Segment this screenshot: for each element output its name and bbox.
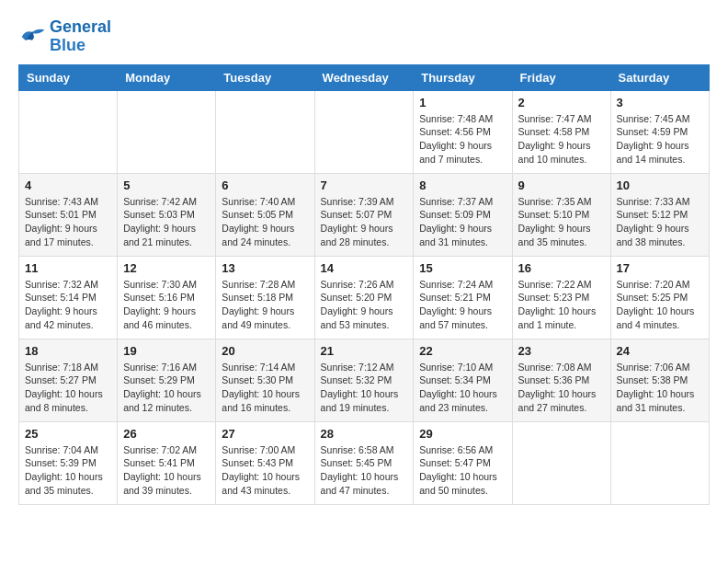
day-info: Sunrise: 7:39 AM Sunset: 5:07 PM Dayligh… — [321, 195, 408, 249]
day-cell: 15Sunrise: 7:24 AM Sunset: 5:21 PM Dayli… — [414, 256, 512, 339]
day-number: 20 — [222, 344, 308, 358]
day-number: 3 — [617, 96, 703, 109]
day-cell: 11Sunrise: 7:32 AM Sunset: 5:14 PM Dayli… — [19, 256, 118, 339]
col-header-sunday: Sunday — [19, 64, 118, 90]
day-cell: 19Sunrise: 7:16 AM Sunset: 5:29 PM Dayli… — [118, 339, 216, 421]
day-number: 11 — [25, 261, 111, 275]
col-header-friday: Friday — [512, 64, 610, 90]
day-number: 21 — [321, 344, 408, 358]
day-info: Sunrise: 7:04 AM Sunset: 5:39 PM Dayligh… — [25, 443, 111, 498]
day-info: Sunrise: 7:32 AM Sunset: 5:14 PM Dayligh… — [25, 278, 111, 332]
day-cell: 9Sunrise: 7:35 AM Sunset: 5:10 PM Daylig… — [512, 173, 610, 256]
week-row-1: 1Sunrise: 7:48 AM Sunset: 4:56 PM Daylig… — [19, 90, 710, 173]
day-cell: 23Sunrise: 7:08 AM Sunset: 5:36 PM Dayli… — [512, 339, 610, 421]
day-info: Sunrise: 7:22 AM Sunset: 5:23 PM Dayligh… — [518, 278, 605, 332]
day-info: Sunrise: 7:45 AM Sunset: 4:59 PM Dayligh… — [617, 112, 703, 167]
calendar-body: 1Sunrise: 7:48 AM Sunset: 4:56 PM Daylig… — [19, 90, 710, 504]
day-info: Sunrise: 7:24 AM Sunset: 5:21 PM Dayligh… — [419, 278, 506, 332]
day-cell: 21Sunrise: 7:12 AM Sunset: 5:32 PM Dayli… — [314, 339, 414, 421]
day-number: 28 — [321, 427, 408, 441]
day-number: 16 — [518, 261, 605, 275]
day-info: Sunrise: 7:18 AM Sunset: 5:27 PM Dayligh… — [25, 361, 111, 415]
day-cell: 1Sunrise: 7:48 AM Sunset: 4:56 PM Daylig… — [414, 90, 512, 173]
day-number: 22 — [419, 344, 506, 358]
day-cell: 14Sunrise: 7:26 AM Sunset: 5:20 PM Dayli… — [314, 256, 414, 339]
day-number: 25 — [25, 427, 111, 441]
day-number: 12 — [123, 261, 210, 275]
day-info: Sunrise: 7:47 AM Sunset: 4:58 PM Dayligh… — [518, 112, 605, 167]
day-cell: 27Sunrise: 7:00 AM Sunset: 5:43 PM Dayli… — [216, 421, 314, 504]
day-info: Sunrise: 6:58 AM Sunset: 5:45 PM Dayligh… — [321, 443, 408, 498]
logo-bird-icon — [18, 26, 46, 48]
day-info: Sunrise: 7:35 AM Sunset: 5:10 PM Dayligh… — [518, 195, 605, 249]
day-number: 17 — [617, 261, 703, 275]
week-row-5: 25Sunrise: 7:04 AM Sunset: 5:39 PM Dayli… — [19, 421, 710, 504]
day-number: 8 — [419, 178, 506, 192]
logo: General Blue — [18, 18, 111, 55]
day-cell: 16Sunrise: 7:22 AM Sunset: 5:23 PM Dayli… — [512, 256, 610, 339]
day-cell: 3Sunrise: 7:45 AM Sunset: 4:59 PM Daylig… — [610, 90, 709, 173]
day-cell: 26Sunrise: 7:02 AM Sunset: 5:41 PM Dayli… — [118, 421, 216, 504]
calendar-table: SundayMondayTuesdayWednesdayThursdayFrid… — [18, 64, 710, 505]
day-info: Sunrise: 7:14 AM Sunset: 5:30 PM Dayligh… — [222, 361, 308, 415]
day-info: Sunrise: 7:26 AM Sunset: 5:20 PM Dayligh… — [321, 278, 408, 332]
header-row: SundayMondayTuesdayWednesdayThursdayFrid… — [19, 64, 710, 90]
day-cell: 20Sunrise: 7:14 AM Sunset: 5:30 PM Dayli… — [216, 339, 314, 421]
day-cell — [19, 90, 118, 173]
day-info: Sunrise: 7:40 AM Sunset: 5:05 PM Dayligh… — [222, 195, 308, 249]
col-header-monday: Monday — [118, 64, 216, 90]
day-cell — [512, 421, 610, 504]
week-row-2: 4Sunrise: 7:43 AM Sunset: 5:01 PM Daylig… — [19, 173, 710, 256]
day-cell: 24Sunrise: 7:06 AM Sunset: 5:38 PM Dayli… — [610, 339, 709, 421]
day-number: 7 — [321, 178, 408, 192]
day-info: Sunrise: 7:10 AM Sunset: 5:34 PM Dayligh… — [419, 361, 506, 415]
day-number: 19 — [123, 344, 210, 358]
day-info: Sunrise: 7:20 AM Sunset: 5:25 PM Dayligh… — [617, 278, 703, 332]
day-info: Sunrise: 7:06 AM Sunset: 5:38 PM Dayligh… — [617, 361, 703, 415]
week-row-4: 18Sunrise: 7:18 AM Sunset: 5:27 PM Dayli… — [19, 339, 710, 421]
day-info: Sunrise: 7:08 AM Sunset: 5:36 PM Dayligh… — [518, 361, 605, 415]
week-row-3: 11Sunrise: 7:32 AM Sunset: 5:14 PM Dayli… — [19, 256, 710, 339]
day-info: Sunrise: 7:30 AM Sunset: 5:16 PM Dayligh… — [123, 278, 210, 332]
day-cell: 4Sunrise: 7:43 AM Sunset: 5:01 PM Daylig… — [19, 173, 118, 256]
day-number: 6 — [222, 178, 308, 192]
day-cell: 18Sunrise: 7:18 AM Sunset: 5:27 PM Dayli… — [19, 339, 118, 421]
calendar-header: SundayMondayTuesdayWednesdayThursdayFrid… — [19, 64, 710, 90]
day-cell: 6Sunrise: 7:40 AM Sunset: 5:05 PM Daylig… — [216, 173, 314, 256]
col-header-thursday: Thursday — [414, 64, 512, 90]
logo-text-blue: Blue — [50, 37, 111, 55]
logo-text-general: General — [50, 18, 111, 37]
col-header-wednesday: Wednesday — [314, 64, 414, 90]
day-number: 15 — [419, 261, 506, 275]
page-header: General Blue — [18, 18, 710, 55]
day-info: Sunrise: 7:37 AM Sunset: 5:09 PM Dayligh… — [419, 195, 506, 249]
day-cell: 25Sunrise: 7:04 AM Sunset: 5:39 PM Dayli… — [19, 421, 118, 504]
day-info: Sunrise: 7:12 AM Sunset: 5:32 PM Dayligh… — [321, 361, 408, 415]
day-number: 10 — [617, 178, 703, 192]
day-number: 1 — [419, 96, 506, 109]
day-info: Sunrise: 7:16 AM Sunset: 5:29 PM Dayligh… — [123, 361, 210, 415]
day-cell: 10Sunrise: 7:33 AM Sunset: 5:12 PM Dayli… — [610, 173, 709, 256]
day-cell — [610, 421, 709, 504]
day-cell: 7Sunrise: 7:39 AM Sunset: 5:07 PM Daylig… — [314, 173, 414, 256]
day-number: 24 — [617, 344, 703, 358]
day-number: 27 — [222, 427, 308, 441]
day-cell: 22Sunrise: 7:10 AM Sunset: 5:34 PM Dayli… — [414, 339, 512, 421]
day-info: Sunrise: 7:33 AM Sunset: 5:12 PM Dayligh… — [617, 195, 703, 249]
day-number: 4 — [25, 178, 111, 192]
col-header-tuesday: Tuesday — [216, 64, 314, 90]
day-info: Sunrise: 7:48 AM Sunset: 4:56 PM Dayligh… — [419, 112, 506, 167]
day-cell — [118, 90, 216, 173]
day-info: Sunrise: 7:43 AM Sunset: 5:01 PM Dayligh… — [25, 195, 111, 249]
day-cell: 2Sunrise: 7:47 AM Sunset: 4:58 PM Daylig… — [512, 90, 610, 173]
day-info: Sunrise: 7:02 AM Sunset: 5:41 PM Dayligh… — [123, 443, 210, 498]
day-number: 2 — [518, 96, 605, 109]
day-number: 9 — [518, 178, 605, 192]
day-cell — [314, 90, 414, 173]
day-number: 26 — [123, 427, 210, 441]
day-number: 29 — [419, 427, 506, 441]
day-cell: 29Sunrise: 6:56 AM Sunset: 5:47 PM Dayli… — [414, 421, 512, 504]
day-number: 13 — [222, 261, 308, 275]
day-number: 23 — [518, 344, 605, 358]
day-cell: 28Sunrise: 6:58 AM Sunset: 5:45 PM Dayli… — [314, 421, 414, 504]
